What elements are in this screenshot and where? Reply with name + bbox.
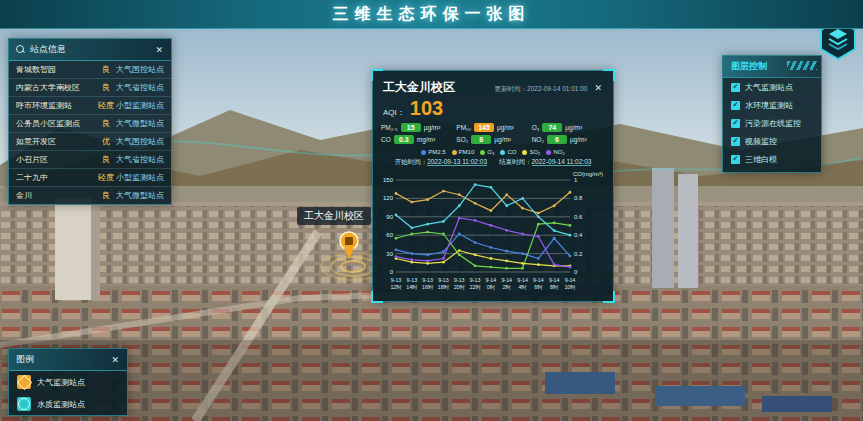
station-row[interactable]: 如意开发区 优 大气国控站点: [9, 133, 171, 151]
station-name: 青城数智园: [16, 66, 96, 74]
station-type: 大气微型站点: [116, 192, 164, 200]
svg-text:12时: 12时: [390, 284, 402, 290]
layer-item[interactable]: ✓ 三维白模: [723, 150, 821, 168]
pollutant-grid: PM₂.₅ 15 µg/m³ PM₁₀ 145 µg/m³ O₃ 74 µg/m…: [373, 118, 613, 146]
layer-item[interactable]: ✓ 视频监控: [723, 132, 821, 150]
legend-item[interactable]: PM2.5: [421, 149, 445, 155]
svg-text:0.4: 0.4: [574, 232, 583, 238]
station-row[interactable]: 金川 良 大气微型站点: [9, 187, 171, 204]
pollutant-cell: O₃ 74 µg/m³: [532, 123, 605, 132]
svg-text:10时: 10时: [564, 284, 576, 290]
station-marker-pin[interactable]: [336, 230, 362, 260]
start-time-input[interactable]: 2022-09-13 11:02:03: [427, 158, 487, 166]
svg-text:20时: 20时: [454, 284, 466, 290]
layer-label: 水环境监测站: [745, 100, 793, 111]
legend-item[interactable]: PM10: [452, 149, 475, 155]
station-row[interactable]: 小召片区 良 大气省控站点: [9, 151, 171, 169]
station-list-panel: 站点信息 ✕ 青城数智园 良 大气国控站点 内蒙古大学南校区 良 大气省控站点 …: [8, 38, 172, 205]
svg-text:9-13: 9-13: [470, 277, 481, 283]
series-dot-icon: [500, 150, 505, 155]
legend-item[interactable]: CO: [500, 149, 516, 155]
checkbox-checked-icon[interactable]: ✓: [731, 119, 740, 128]
station-name: 呼市环境监测站: [16, 102, 96, 110]
svg-text:8时: 8时: [550, 284, 559, 290]
svg-text:9-14: 9-14: [565, 277, 576, 283]
station-status: 良: [96, 84, 116, 92]
checkbox-checked-icon[interactable]: ✓: [731, 83, 740, 92]
legend-item[interactable]: O₃: [480, 149, 494, 155]
page-title: 三维生态环保一张图: [333, 4, 531, 25]
checkbox-checked-icon[interactable]: ✓: [731, 155, 740, 164]
station-panel-title: 站点信息: [30, 43, 149, 56]
station-row[interactable]: 呼市环境监测站 轻度 小型监测站点: [9, 97, 171, 115]
pollutant-trend-chart: 030609012015000.20.40.60.81CO(mg/m³)9-13…: [373, 169, 613, 301]
svg-text:9-13: 9-13: [454, 277, 465, 283]
station-type: 大气省控站点: [116, 84, 164, 92]
svg-text:9-14: 9-14: [486, 277, 497, 283]
pollutant-unit: mg/m³: [417, 136, 435, 143]
layer-item[interactable]: ✓ 水环境监测站: [723, 96, 821, 114]
station-name: 内蒙古大学南校区: [16, 84, 96, 92]
aqi-label: AQI：: [383, 107, 405, 118]
close-icon[interactable]: ✕: [593, 83, 603, 93]
svg-text:9-13: 9-13: [438, 277, 449, 283]
station-status: 良: [96, 120, 116, 128]
end-time-label: 结束时间：: [499, 158, 532, 165]
station-detail-popup: 工大金川校区 更新时间：2022-09-14 01:01:00 ✕ AQI： 1…: [372, 70, 614, 302]
svg-text:90: 90: [386, 214, 393, 220]
svg-text:0: 0: [574, 269, 578, 275]
start-time-label: 开始时间：: [395, 158, 428, 165]
series-dot-icon: [452, 150, 457, 155]
svg-text:9-14: 9-14: [533, 277, 544, 283]
svg-text:60: 60: [386, 232, 393, 238]
station-status: 良: [96, 156, 116, 164]
station-type: 大气国控站点: [116, 66, 164, 74]
pollutant-value-badge: 8: [471, 135, 491, 144]
station-row[interactable]: 二十九中 轻度 小型监测站点: [9, 169, 171, 187]
station-row[interactable]: 公务员小区监测点 良 大气微型站点: [9, 115, 171, 133]
station-row[interactable]: 青城数智园 良 大气国控站点: [9, 61, 171, 79]
svg-text:9-13: 9-13: [407, 277, 418, 283]
checkbox-checked-icon[interactable]: ✓: [731, 137, 740, 146]
water-station-marker-icon: [17, 397, 31, 411]
svg-text:CO(mg/m³): CO(mg/m³): [573, 171, 603, 177]
series-dot-icon: [522, 150, 527, 155]
layer-label: 三维白模: [745, 154, 777, 165]
layer-item[interactable]: ✓ 污染源在线监控: [723, 114, 821, 132]
layer-label: 污染源在线监控: [745, 118, 801, 129]
layer-item[interactable]: ✓ 大气监测站点: [723, 78, 821, 96]
station-map-label[interactable]: 工大金川校区: [297, 207, 371, 225]
layer-label: 大气监测站点: [745, 82, 793, 93]
station-name: 公务员小区监测点: [16, 120, 96, 128]
station-name: 小召片区: [16, 156, 96, 164]
pollutant-value-badge: 15: [401, 123, 421, 132]
station-type: 大气国控站点: [116, 138, 164, 146]
station-name: 二十九中: [16, 174, 96, 182]
pollutant-unit: µg/m³: [494, 136, 511, 143]
pollutant-value-badge: 0.3: [394, 135, 414, 144]
end-time-input[interactable]: 2022-09-14 11:02:03: [532, 158, 592, 166]
title-bar: 三维生态环保一张图: [0, 0, 863, 29]
station-row[interactable]: 内蒙古大学南校区 良 大气省控站点: [9, 79, 171, 97]
pollutant-unit: µg/m³: [570, 136, 587, 143]
svg-text:150: 150: [383, 177, 394, 183]
legend-item[interactable]: NO₂: [546, 149, 564, 155]
svg-text:2时: 2时: [503, 284, 512, 290]
pollutant-cell: CO 0.3 mg/m³: [381, 135, 454, 144]
station-name: 金川: [16, 192, 96, 200]
pollutant-label: PM₁₀: [456, 124, 471, 131]
pollutant-cell: PM₂.₅ 15 µg/m³: [381, 123, 454, 132]
svg-text:1: 1: [574, 177, 578, 183]
layer-label: 视频监控: [745, 136, 777, 147]
station-type: 大气省控站点: [116, 156, 164, 164]
legend-item[interactable]: SO₂: [522, 149, 540, 155]
svg-text:18时: 18时: [438, 284, 450, 290]
close-icon[interactable]: ✕: [154, 45, 164, 55]
close-icon[interactable]: ✕: [110, 355, 120, 365]
pollutant-unit: µg/m³: [565, 124, 582, 131]
svg-text:22时: 22时: [469, 284, 481, 290]
svg-text:9-14: 9-14: [501, 277, 512, 283]
pollutant-value-badge: 74: [542, 123, 562, 132]
svg-text:14时: 14时: [406, 284, 418, 290]
checkbox-checked-icon[interactable]: ✓: [731, 101, 740, 110]
